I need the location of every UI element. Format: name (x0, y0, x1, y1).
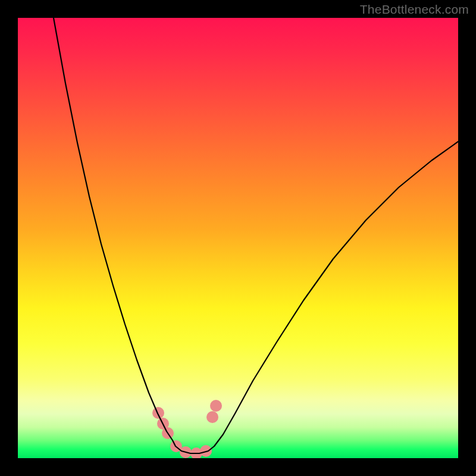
marker-point (206, 411, 218, 423)
chart-area (18, 18, 458, 458)
watermark-text: TheBottleneck.com (360, 2, 469, 17)
marker-point (152, 407, 164, 419)
chart-svg (18, 18, 458, 458)
markers-group (152, 400, 222, 458)
marker-point (210, 400, 222, 412)
bottleneck-curve (54, 18, 458, 453)
